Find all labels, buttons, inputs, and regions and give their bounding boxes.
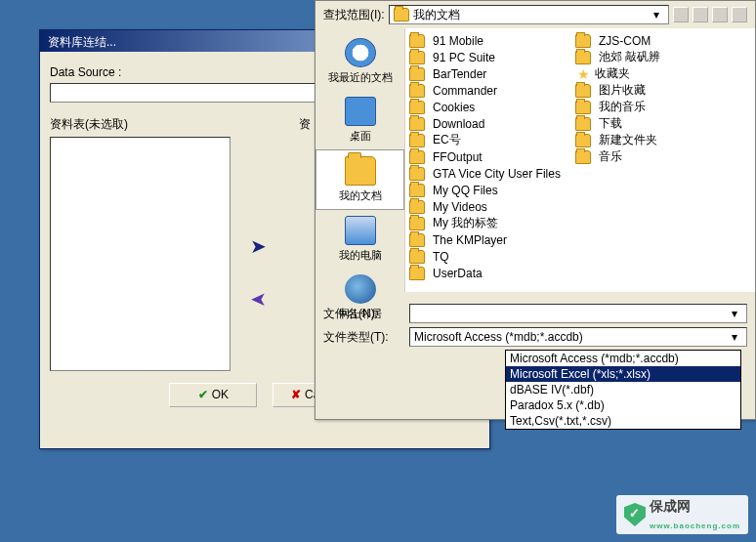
filetype-dropdown-list[interactable]: Microsoft Access (*mdb;*.accdb)Microsoft… bbox=[505, 350, 741, 430]
filetype-option[interactable]: Microsoft Access (*mdb;*.accdb) bbox=[506, 351, 740, 366]
file-item[interactable]: 音乐 bbox=[575, 148, 741, 165]
file-item[interactable]: 池郊 敲矾辨 bbox=[575, 49, 741, 65]
file-item[interactable]: 91 PC Suite bbox=[409, 49, 575, 65]
file-item[interactable]: My Videos bbox=[409, 198, 575, 215]
filetype-option[interactable]: dBASE IV(*.dbf) bbox=[506, 382, 740, 397]
file-item[interactable]: Commander bbox=[409, 82, 575, 99]
folder-icon bbox=[409, 217, 425, 230]
network-icon bbox=[345, 274, 376, 304]
folder-icon bbox=[409, 117, 425, 131]
file-item[interactable]: My 我的标签 bbox=[409, 215, 575, 231]
filetype-option[interactable]: Text,Csv(*.txt,*.csv) bbox=[506, 413, 740, 429]
move-right-button[interactable]: ➤ bbox=[233, 234, 282, 258]
folder-icon bbox=[409, 34, 425, 48]
folder-icon bbox=[575, 101, 591, 114]
cross-icon: ✘ bbox=[291, 388, 301, 401]
watermark: 保成网 www.baocheng.com bbox=[616, 495, 748, 534]
filetype-combo[interactable]: Microsoft Access (*mdb;*.accdb)▾ bbox=[409, 327, 747, 347]
file-item[interactable]: GTA Vice City User Files bbox=[409, 165, 575, 182]
file-item[interactable]: 新建文件夹 bbox=[575, 132, 741, 148]
file-item[interactable]: 91 Mobile bbox=[409, 32, 575, 49]
lookin-value: 我的文档 bbox=[413, 7, 460, 23]
folder-icon bbox=[575, 150, 591, 164]
file-item[interactable]: FFOutput bbox=[409, 148, 575, 165]
filetype-option[interactable]: Paradox 5.x (*.db) bbox=[506, 397, 740, 413]
tables-listbox[interactable] bbox=[50, 137, 231, 371]
filetype-option[interactable]: Microsoft Excel (*xls;*.xlsx) bbox=[506, 366, 740, 382]
file-item[interactable]: ZJS-COM bbox=[575, 32, 741, 49]
file-item[interactable]: EC号 bbox=[409, 132, 575, 148]
file-item[interactable]: My QQ Files bbox=[409, 182, 575, 198]
chevron-down-icon: ▾ bbox=[727, 307, 742, 320]
file-item-label: UserData bbox=[433, 267, 483, 280]
filename-input[interactable]: ▾ bbox=[409, 304, 747, 323]
place-desktop[interactable]: 桌面 bbox=[315, 91, 404, 149]
tables-label: 资料表(未选取) bbox=[50, 116, 128, 133]
folder-icon bbox=[575, 51, 591, 64]
file-list[interactable]: 91 Mobile91 PC SuiteBarTenderCommanderCo… bbox=[405, 28, 755, 292]
file-item[interactable]: 下载 bbox=[575, 115, 741, 132]
folder-icon bbox=[409, 134, 425, 147]
folder-icon bbox=[409, 250, 425, 264]
file-item[interactable]: The KMPlayer bbox=[409, 231, 575, 248]
move-left-button[interactable]: ➤ bbox=[233, 287, 282, 311]
file-item[interactable]: 图片收藏 bbox=[575, 82, 741, 99]
chevron-down-icon: ▾ bbox=[649, 8, 664, 21]
file-item-label: ZJS-COM bbox=[599, 34, 651, 48]
file-item-label: My Videos bbox=[433, 200, 487, 214]
file-item[interactable]: Cookies bbox=[409, 99, 575, 115]
folder-icon bbox=[575, 117, 591, 131]
file-item[interactable]: TQ bbox=[409, 248, 575, 265]
folder-icon bbox=[575, 84, 591, 98]
filetype-label: 文件类型(T): bbox=[323, 329, 401, 346]
place-computer[interactable]: 我的电脑 bbox=[315, 210, 404, 269]
folder-icon bbox=[409, 150, 425, 164]
back-button[interactable] bbox=[673, 7, 689, 22]
folder-icon bbox=[409, 267, 425, 280]
chevron-down-icon: ▾ bbox=[727, 330, 742, 344]
views-button[interactable] bbox=[732, 7, 747, 22]
file-item-label: 音乐 bbox=[599, 148, 622, 165]
documents-icon bbox=[345, 156, 376, 186]
file-item[interactable]: UserData bbox=[409, 265, 575, 281]
file-item[interactable]: ★收藏夹 bbox=[575, 65, 741, 82]
recent-icon bbox=[345, 38, 376, 67]
folder-icon bbox=[409, 167, 425, 181]
file-item-label: FFOutput bbox=[433, 150, 483, 164]
folder-icon bbox=[575, 134, 591, 147]
file-item-label: 下载 bbox=[599, 115, 622, 132]
file-item-label: EC号 bbox=[433, 132, 461, 148]
lookin-combo[interactable]: 我的文档 ▾ bbox=[389, 5, 669, 24]
file-item[interactable]: 我的音乐 bbox=[575, 99, 741, 115]
folder-icon bbox=[409, 51, 425, 64]
file-item-label: The KMPlayer bbox=[433, 233, 507, 247]
place-recent[interactable]: 我最近的文档 bbox=[315, 32, 404, 91]
folder-icon bbox=[409, 200, 425, 214]
check-icon: ✔ bbox=[198, 388, 208, 401]
file-item-label: 我的音乐 bbox=[599, 99, 646, 115]
file-item-label: Commander bbox=[433, 84, 497, 98]
folder-icon bbox=[409, 184, 425, 197]
folder-icon bbox=[409, 233, 425, 247]
file-item-label: My 我的标签 bbox=[433, 215, 498, 231]
arrow-buttons: ➤ ➤ bbox=[233, 137, 282, 371]
file-item-label: 新建文件夹 bbox=[599, 132, 657, 148]
file-item-label: TQ bbox=[433, 250, 449, 264]
folder-icon bbox=[409, 84, 425, 98]
place-documents[interactable]: 我的文档 bbox=[315, 149, 404, 210]
file-item[interactable]: BarTender bbox=[409, 65, 575, 82]
file-item[interactable]: Download bbox=[409, 115, 575, 132]
places-bar: 我最近的文档 桌面 我的文档 我的电脑 网上邻居 bbox=[315, 28, 405, 292]
up-button[interactable] bbox=[693, 7, 708, 22]
filename-label: 文件名(N): bbox=[323, 306, 401, 322]
ok-button[interactable]: ✔OK bbox=[169, 383, 257, 407]
file-item-label: 91 Mobile bbox=[433, 34, 483, 48]
file-item-label: BarTender bbox=[433, 67, 486, 81]
folder-icon bbox=[394, 8, 409, 21]
file-item-label: GTA Vice City User Files bbox=[433, 167, 561, 181]
favorite-icon: ★ bbox=[575, 67, 591, 81]
file-item-label: 图片收藏 bbox=[599, 82, 646, 99]
file-item-label: Download bbox=[433, 117, 484, 131]
new-folder-button[interactable] bbox=[712, 7, 728, 22]
file-item-label: Cookies bbox=[433, 101, 475, 114]
